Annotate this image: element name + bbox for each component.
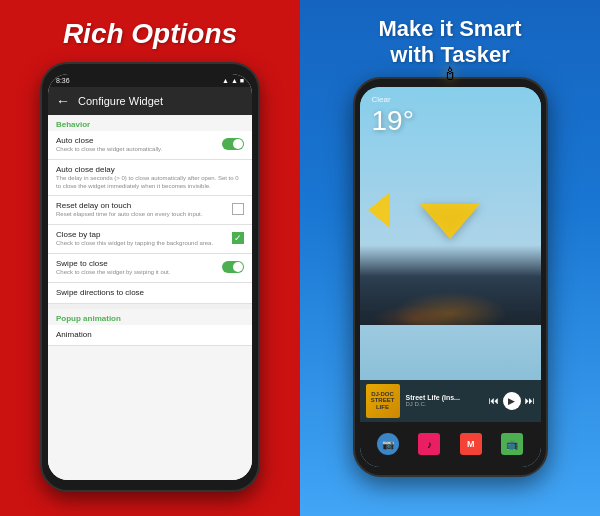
gmail-icon[interactable]: M (460, 433, 482, 455)
setting-reset-delay[interactable]: Reset delay on touch Reset elapsed time … (48, 196, 252, 225)
weather-background: Clear 19° (360, 87, 541, 380)
setting-auto-close[interactable]: Auto close Check to close the widget aut… (48, 131, 252, 160)
section-popup-label: Popup animation (48, 309, 252, 325)
city-lights (360, 265, 541, 325)
right-phone: 🕯 Clear 19° DJ·DOCSTREETLIFE Street Life… (353, 77, 548, 477)
section-behavior-label: Behavior (48, 115, 252, 131)
candle-icon: 🕯 (441, 64, 459, 85)
status-bar: 8:36 ▲ ▲ ■ (48, 74, 252, 87)
header-title: Configure Widget (78, 95, 163, 107)
left-phone: 8:36 ▲ ▲ ■ ← Configure Widget Behavior A… (40, 62, 260, 492)
weather-status: Clear (372, 95, 391, 104)
prev-button[interactable]: ⏮ (489, 395, 499, 406)
setting-desc: Check to close the widget by swiping it … (56, 269, 218, 277)
setting-desc: Reset elapsed time for auto close on eve… (56, 211, 228, 219)
music-info: Street Life (Ins... DJ D.C. (406, 394, 483, 407)
tv-icon[interactable]: 📺 (501, 433, 523, 455)
music-player-bar: DJ·DOCSTREETLIFE Street Life (Ins... DJ … (360, 380, 541, 422)
toggle-auto-close[interactable] (222, 138, 244, 150)
setting-name: Reset delay on touch (56, 201, 228, 210)
weather-temp: 19° (372, 105, 414, 137)
status-icons: ▲ ▲ ■ (222, 77, 244, 84)
setting-close-by-tap[interactable]: Close by tap Check to close this widget … (48, 225, 252, 254)
setting-desc: Check to close this widget by tapping th… (56, 240, 228, 248)
setting-name: Swipe to close (56, 259, 218, 268)
left-title: Rich Options (43, 0, 257, 62)
camera-icon[interactable]: 📷 (377, 433, 399, 455)
setting-auto-close-delay[interactable]: Auto close delay The delay in seconds (>… (48, 160, 252, 197)
checkbox-reset-delay[interactable] (232, 203, 244, 215)
toggle-swipe-close[interactable] (222, 261, 244, 273)
checkbox-close-tap[interactable]: ✓ (232, 232, 244, 244)
back-arrow-icon[interactable]: ← (56, 93, 70, 109)
music-icon[interactable]: ♪ (418, 433, 440, 455)
music-controls: ⏮ ▶ ⏭ (489, 392, 535, 410)
right-phone-screen: Clear 19° DJ·DOCSTREETLIFE Street Life (… (360, 87, 541, 467)
setting-desc: Check to close the widget automatically. (56, 146, 218, 154)
setting-swipe-directions[interactable]: Swipe directions to close (48, 283, 252, 304)
setting-desc: The delay in seconds (> 0) to close auto… (56, 175, 240, 191)
setting-name: Swipe directions to close (56, 288, 240, 297)
time: 8:36 (56, 77, 70, 84)
left-arrow-icon (368, 192, 390, 228)
setting-swipe-close[interactable]: Swipe to close Check to close the widget… (48, 254, 252, 283)
setting-name: Auto close delay (56, 165, 240, 174)
down-arrow-icon (420, 204, 480, 239)
music-artist: DJ D.C. (406, 401, 483, 407)
setting-name: Auto close (56, 136, 218, 145)
next-button[interactable]: ⏭ (525, 395, 535, 406)
music-title: Street Life (Ins... (406, 394, 483, 401)
phone-bottom-bar: 📷 ♪ M 📺 (360, 422, 541, 467)
right-panel: Make it Smartwith Tasker 🕯 Clear 19° DJ·… (300, 0, 600, 516)
play-button[interactable]: ▶ (503, 392, 521, 410)
left-panel: Rich Options 8:36 ▲ ▲ ■ ← Configure Widg… (0, 0, 300, 516)
setting-name: Close by tap (56, 230, 228, 239)
app-header: ← Configure Widget (48, 87, 252, 115)
setting-name: Animation (56, 330, 240, 339)
setting-animation[interactable]: Animation (48, 325, 252, 346)
phone-screen: 8:36 ▲ ▲ ■ ← Configure Widget Behavior A… (48, 74, 252, 480)
settings-content: Behavior Auto close Check to close the w… (48, 115, 252, 480)
album-art: DJ·DOCSTREETLIFE (366, 384, 400, 418)
